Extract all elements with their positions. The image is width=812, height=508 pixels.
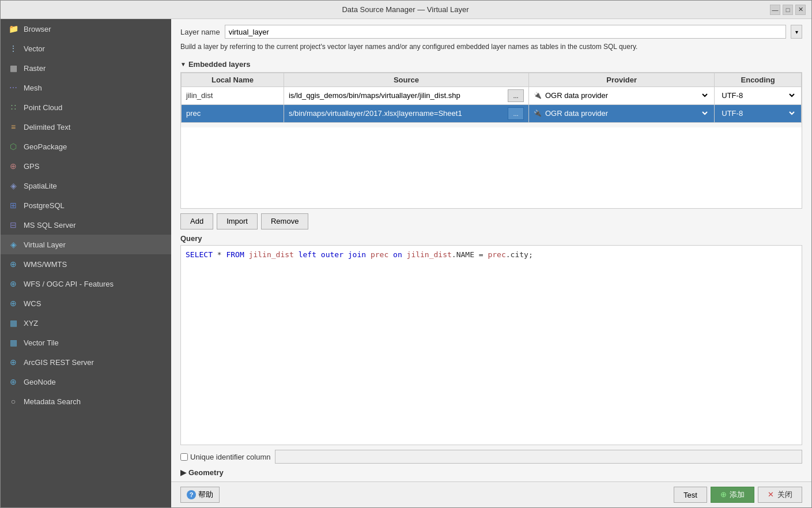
sidebar-item-mssql[interactable]: ⊟ MS SQL Server (1, 215, 171, 235)
sidebar-label-spatialite: SpatiaLite (24, 182, 57, 190)
row1-encoding-cell: UTF-8 (715, 86, 802, 104)
sidebar-item-delimited-text[interactable]: ≡ Delimited Text (1, 117, 171, 137)
virtual-layer-icon: ◈ (7, 239, 19, 250)
unique-id-label: Unique identifier column (180, 453, 270, 461)
sidebar-item-virtual-layer[interactable]: ◈ Virtual Layer (1, 235, 171, 254)
wfs-icon: ⊕ (7, 278, 19, 289)
col-provider: Provider (529, 73, 715, 86)
col-local-name: Local Name (182, 73, 284, 86)
embedded-layers-label: Embedded layers (188, 60, 251, 69)
geometry-section[interactable]: ▶ Geometry (180, 468, 802, 477)
sidebar: 📁 Browser ⋮ Vector ▦ Raster ⋯ Mesh ∷ Poi… (1, 19, 171, 507)
wms-icon: ⊕ (7, 258, 19, 270)
table-row[interactable]: prec ... 🔌 (182, 104, 802, 122)
vector-tile-icon: ▦ (7, 337, 19, 348)
geopackage-icon: ⬡ (7, 141, 19, 152)
row2-source-input[interactable] (289, 109, 507, 118)
sidebar-label-wcs: WCS (24, 299, 41, 308)
import-button[interactable]: Import (217, 213, 258, 229)
unique-id-row: Unique identifier column (180, 450, 802, 464)
close-button[interactable]: ✕ (795, 5, 806, 15)
sidebar-label-metadata: Metadata Search (24, 397, 81, 406)
col-source: Source (284, 73, 528, 86)
sidebar-label-gps: GPS (24, 162, 39, 171)
geometry-label: Geometry (188, 468, 224, 477)
gps-icon: ⊕ (7, 160, 19, 172)
row1-provider-cell: 🔌 OGR data provider (529, 86, 715, 104)
embedded-layers-section: ▼ Embedded layers Local Name Source Prov… (171, 60, 811, 234)
maximize-button[interactable]: □ (783, 5, 793, 15)
postgresql-icon: ⊞ (7, 200, 19, 211)
sidebar-item-geonode[interactable]: ⊕ GeoNode (1, 372, 171, 392)
description-text: Build a layer by referring to the curren… (180, 42, 802, 52)
query-section: Query SELECT * FROM jilin_dist left oute… (171, 234, 811, 445)
sidebar-item-wms-wmts[interactable]: ⊕ WMS/WMTS (1, 254, 171, 274)
sidebar-item-point-cloud[interactable]: ∷ Point Cloud (1, 97, 171, 117)
sidebar-label-mssql: MS SQL Server (24, 221, 76, 229)
sidebar-label-delimited: Delimited Text (24, 123, 70, 131)
main-window: Data Source Manager — Virtual Layer — □ … (0, 0, 812, 508)
sidebar-item-vector-tile[interactable]: ▦ Vector Tile (1, 333, 171, 352)
layer-name-input[interactable] (225, 25, 786, 39)
sidebar-item-wfs[interactable]: ⊕ WFS / OGC API - Features (1, 274, 171, 293)
minimize-button[interactable]: — (770, 5, 780, 15)
right-panel: Layer name ▾ Build a layer by referring … (171, 19, 811, 507)
sidebar-item-raster[interactable]: ▦ Raster (1, 58, 171, 78)
table-row[interactable]: jilin_dist ... 🔌 (182, 86, 802, 104)
row1-provider-select[interactable]: OGR data provider (543, 91, 709, 100)
sidebar-item-xyz[interactable]: ▦ XYZ (1, 313, 171, 333)
row1-browse-button[interactable]: ... (508, 89, 524, 102)
layer-name-dropdown[interactable]: ▾ (791, 25, 802, 39)
sidebar-label-raster: Raster (24, 64, 46, 73)
sidebar-item-arcgis[interactable]: ⊕ ArcGIS REST Server (1, 352, 171, 372)
embedded-buttons: Add Import Remove (180, 213, 802, 229)
sidebar-label-vector: Vector (24, 44, 45, 53)
embedded-table-container: Local Name Source Provider Encoding jili… (180, 72, 802, 209)
row2-encoding-select[interactable]: UTF-8 (719, 108, 796, 118)
panel-header: Layer name ▾ Build a layer by referring … (171, 19, 811, 60)
sidebar-label-browser: Browser (24, 25, 51, 33)
point-cloud-icon: ∷ (7, 101, 19, 113)
sidebar-item-geopackage[interactable]: ⬡ GeoPackage (1, 137, 171, 156)
row1-local-name: jilin_dist (182, 86, 284, 104)
help-button[interactable]: ? 帮助 (180, 487, 220, 503)
footer-add-icon: ⊕ (720, 490, 727, 499)
wcs-icon: ⊕ (7, 298, 19, 309)
test-button[interactable]: Test (674, 487, 707, 503)
add-button[interactable]: Add (180, 213, 213, 229)
mssql-icon: ⊟ (7, 219, 19, 231)
embedded-table: Local Name Source Provider Encoding jili… (181, 73, 802, 123)
row2-provider-select[interactable]: OGR data provider (543, 108, 709, 118)
layer-name-label: Layer name (180, 28, 220, 36)
footer-close-label: 关闭 (777, 490, 792, 499)
unique-id-checkbox[interactable] (180, 453, 188, 461)
embedded-layers-arrow[interactable]: ▼ (180, 61, 186, 67)
row1-source-input[interactable] (289, 91, 507, 100)
row1-source-cell: ... (284, 86, 528, 104)
titlebar: Data Source Manager — Virtual Layer — □ … (1, 1, 811, 19)
remove-button[interactable]: Remove (261, 213, 308, 229)
unique-id-input[interactable] (275, 450, 802, 464)
sidebar-label-vector-tile: Vector Tile (24, 338, 59, 347)
window-title: Data Source Manager — Virtual Layer (41, 5, 770, 14)
sidebar-item-wcs[interactable]: ⊕ WCS (1, 293, 171, 313)
footer-add-button[interactable]: ⊕ 添加 (711, 487, 755, 503)
query-editor[interactable]: SELECT * FROM jilin_dist left outer join… (180, 245, 802, 445)
sidebar-item-mesh[interactable]: ⋯ Mesh (1, 78, 171, 97)
arcgis-icon: ⊕ (7, 356, 19, 368)
sidebar-item-browser[interactable]: 📁 Browser (1, 19, 171, 39)
col-encoding: Encoding (715, 73, 802, 86)
embedded-layers-title: ▼ Embedded layers (180, 60, 802, 69)
sidebar-item-vector[interactable]: ⋮ Vector (1, 39, 171, 58)
geonode-icon: ⊕ (7, 376, 19, 387)
sidebar-item-gps[interactable]: ⊕ GPS (1, 156, 171, 176)
footer-close-button[interactable]: ✕ 关闭 (758, 487, 802, 503)
row2-browse-button[interactable]: ... (508, 107, 524, 120)
sidebar-item-postgresql[interactable]: ⊞ PostgreSQL (1, 195, 171, 215)
row1-encoding-select[interactable]: UTF-8 (719, 91, 796, 100)
sidebar-label-wms: WMS/WMTS (24, 260, 67, 269)
sidebar-item-spatialite[interactable]: ◈ SpatiaLite (1, 176, 171, 195)
sidebar-item-metadata[interactable]: ○ Metadata Search (1, 392, 171, 411)
help-icon: ? (187, 490, 196, 499)
table-empty-area (181, 127, 802, 208)
